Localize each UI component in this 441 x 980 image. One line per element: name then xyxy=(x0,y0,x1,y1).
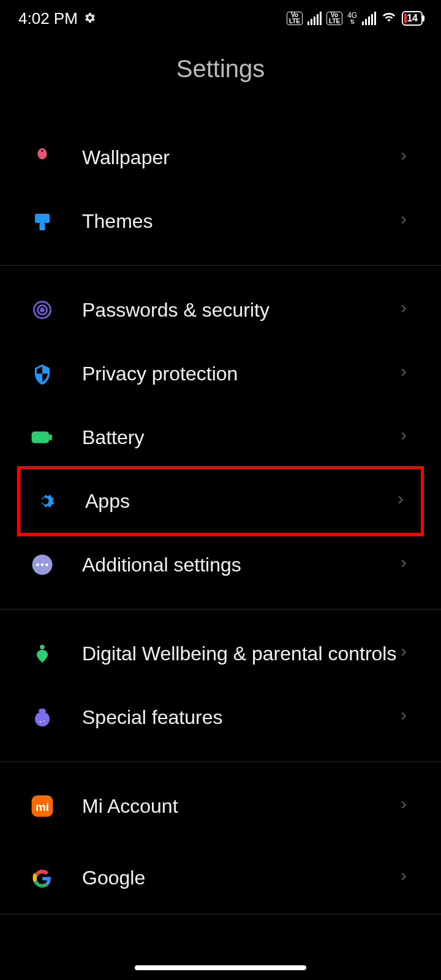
status-bar: 4:02 PM VoLTE VoLTE 4G ⇅ 14 xyxy=(0,0,441,37)
page-header: Settings xyxy=(0,37,441,113)
settings-item-additional[interactable]: Additional settings xyxy=(0,533,441,597)
svg-point-10 xyxy=(41,564,44,567)
svg-point-9 xyxy=(36,564,39,567)
chevron-right-icon xyxy=(397,213,410,229)
navigation-handle[interactable] xyxy=(135,965,306,970)
google-logo-icon xyxy=(31,866,54,889)
special-features-icon xyxy=(31,706,54,729)
chevron-right-icon xyxy=(397,149,410,165)
signal-icon-2 xyxy=(362,12,376,25)
svg-point-11 xyxy=(45,564,48,567)
settings-section-3: Digital Wellbeing & parental controls Sp… xyxy=(0,609,441,762)
settings-item-label: Apps xyxy=(85,489,394,513)
settings-item-miaccount[interactable]: mi Mi Account xyxy=(0,774,441,838)
settings-item-wallpaper[interactable]: Wallpaper xyxy=(0,126,441,189)
highlight-annotation: Apps xyxy=(17,466,424,536)
chevron-right-icon xyxy=(397,429,410,445)
settings-item-battery[interactable]: Battery xyxy=(0,405,441,469)
apps-gear-icon xyxy=(34,489,57,513)
settings-section-2: Passwords & security Privacy protection … xyxy=(0,266,441,609)
svg-point-4 xyxy=(41,309,44,312)
settings-item-label: Wallpaper xyxy=(82,146,397,169)
settings-section-1: Wallpaper Themes xyxy=(0,113,441,266)
more-icon xyxy=(31,553,54,576)
chevron-right-icon xyxy=(397,302,410,318)
battery-icon: 14 xyxy=(402,11,423,26)
settings-item-label: Passwords & security xyxy=(82,298,397,322)
status-left: 4:02 PM xyxy=(18,9,96,28)
settings-item-label: Privacy protection xyxy=(82,362,397,385)
chevron-right-icon xyxy=(397,646,410,662)
chevron-right-icon xyxy=(397,709,410,725)
settings-item-wellbeing[interactable]: Digital Wellbeing & parental controls xyxy=(0,622,441,685)
settings-item-apps[interactable]: Apps xyxy=(34,469,407,533)
svg-point-15 xyxy=(40,721,42,723)
fingerprint-icon xyxy=(31,298,54,322)
status-time: 4:02 PM xyxy=(18,9,78,28)
settings-item-label: Google xyxy=(82,866,397,889)
settings-item-privacy[interactable]: Privacy protection xyxy=(0,342,441,405)
svg-rect-1 xyxy=(40,223,45,230)
svg-point-12 xyxy=(40,645,45,650)
settings-item-themes[interactable]: Themes xyxy=(0,189,441,253)
settings-item-label: Battery xyxy=(82,426,397,449)
chevron-right-icon xyxy=(394,493,407,509)
wifi-icon xyxy=(381,9,397,28)
chevron-right-icon xyxy=(397,798,410,814)
settings-item-special[interactable]: Special features xyxy=(0,685,441,749)
svg-point-16 xyxy=(43,720,45,722)
battery-icon xyxy=(31,426,54,449)
volte-icon-2: VoLTE xyxy=(326,12,342,25)
chevron-right-icon xyxy=(397,557,410,573)
settings-item-label: Mi Account xyxy=(82,794,397,818)
settings-item-label: Special features xyxy=(82,706,397,729)
page-title: Settings xyxy=(0,55,441,83)
svg-rect-6 xyxy=(49,434,52,440)
network-type: 4G ⇅ xyxy=(347,12,357,25)
settings-item-label: Themes xyxy=(82,209,397,233)
mi-logo-icon: mi xyxy=(31,794,54,818)
chevron-right-icon xyxy=(397,870,410,886)
wellbeing-icon xyxy=(31,642,54,665)
status-right: VoLTE VoLTE 4G ⇅ 14 xyxy=(287,9,423,28)
volte-icon-1: VoLTE xyxy=(287,12,303,25)
wallpaper-icon xyxy=(31,146,54,169)
settings-item-passwords[interactable]: Passwords & security xyxy=(0,278,441,342)
themes-icon xyxy=(31,209,54,233)
settings-section-4: mi Mi Account Google xyxy=(0,762,441,914)
signal-icon-1 xyxy=(307,12,322,25)
settings-item-label: Additional settings xyxy=(82,553,397,576)
shield-icon xyxy=(31,362,54,385)
chevron-right-icon xyxy=(397,366,410,382)
gear-icon xyxy=(84,9,96,28)
svg-text:mi: mi xyxy=(36,801,49,813)
svg-point-14 xyxy=(35,712,50,726)
settings-item-google[interactable]: Google xyxy=(0,838,441,902)
svg-point-7 xyxy=(42,497,48,504)
settings-item-label: Digital Wellbeing & parental controls xyxy=(82,642,397,665)
svg-rect-5 xyxy=(32,432,50,443)
svg-rect-0 xyxy=(35,214,50,223)
